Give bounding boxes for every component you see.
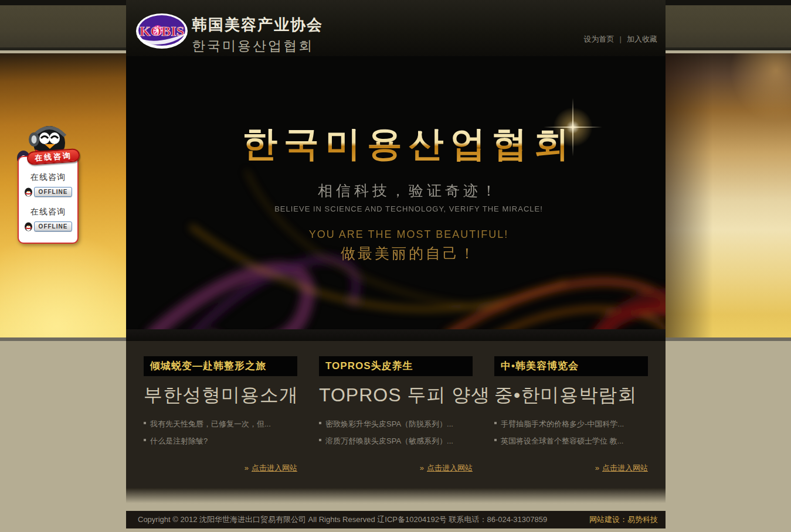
hero-slogan-english: YOU ARE THE MOST BEAUTIFUL!: [139, 229, 666, 241]
enter-site-link[interactable]: 点击进入网站: [252, 463, 297, 472]
column-header: 倾城蜕变—赴韩整形之旅: [144, 356, 297, 376]
column-header: 中•韩美容博览会: [494, 356, 648, 376]
news-item-link[interactable]: 密致焕彩升华头皮SPA（防脱系列）...: [319, 419, 473, 429]
hero-bottom-band: [126, 329, 666, 341]
background-photo-right: [665, 53, 791, 337]
double-arrow-icon: »: [420, 463, 424, 472]
site-title-chinese: 韩国美容产业协会: [192, 15, 323, 35]
news-columns: 倾城蜕变—赴韩整形之旅 부한성형미용소개 我有先天性兔唇，已修复一次，但... …: [126, 341, 666, 488]
page: KOBIS 韩国美容产业协会 한국미용산업협회 设为首页|加入收藏: [0, 0, 791, 532]
logo-text: KOBIS: [140, 23, 184, 39]
news-list: 我有先天性兔唇，已修复一次，但... 什么是注射除皱?: [144, 419, 297, 453]
hero-slogan-chinese: 做最美丽的自己！: [139, 244, 666, 263]
column-subtitle-korean: 중•한미용박람회: [494, 383, 648, 408]
enter-site-link[interactable]: 点击进入网站: [602, 463, 648, 472]
news-item-link[interactable]: 什么是注射除皱?: [144, 436, 297, 446]
content-bottom-shadow: [126, 488, 666, 503]
news-item-link[interactable]: 手臂抽脂手术的价格多少-中国科学...: [494, 419, 648, 429]
qq-consult-label: 在线咨询: [19, 172, 77, 183]
hero-tagline-chinese: 相信科技，验证奇迹！: [139, 181, 666, 200]
enter-site-link[interactable]: 点击进入网站: [427, 463, 473, 472]
news-item-link[interactable]: 英国将设全球首个整容硕士学位 教...: [494, 436, 648, 446]
set-homepage-link[interactable]: 设为首页: [584, 35, 615, 43]
qq-mini-penguin-icon: [24, 187, 33, 197]
column-header: TOPROS头皮养生: [319, 356, 473, 376]
qq-offline-button-label: OFFLINE: [34, 221, 73, 231]
news-item-link[interactable]: 溶质万舒唤肤头皮SPA（敏感系列）...: [319, 436, 473, 446]
kobis-logo[interactable]: KOBIS: [135, 13, 188, 49]
column-expo: 中•韩美容博览会 중•한미용박람회 手臂抽脂手术的价格多少-中国科学... 英国…: [494, 356, 648, 473]
site-title-korean: 한국미용산업협회: [192, 37, 323, 55]
news-list: 手臂抽脂手术的价格多少-中国科学... 英国将设全球首个整容硕士学位 教...: [494, 419, 648, 453]
double-arrow-icon: »: [595, 463, 599, 472]
column-subtitle-korean: TOPROS 두피 양생: [319, 383, 473, 408]
qq-offline-button[interactable]: OFFLINE: [19, 221, 77, 231]
enter-site-row: »点击进入网站: [144, 463, 297, 473]
qq-consult-label: 在线咨询: [19, 207, 77, 217]
double-arrow-icon: »: [245, 463, 249, 472]
enter-site-row: »点击进入网站: [319, 463, 473, 473]
main-content: KOBIS 韩国美容产业协会 한국미용산업협회 设为首页|加入收藏: [126, 0, 666, 488]
footer: Copyright © 2012 沈阳华世海进出口贸易有限公司 All Righ…: [126, 511, 666, 528]
qq-mini-penguin-icon: [24, 222, 33, 231]
top-utility-links: 设为首页|加入收藏: [584, 34, 657, 45]
link-separator: |: [620, 35, 622, 43]
enter-site-row: »点击进入网站: [494, 463, 648, 473]
add-favorite-link[interactable]: 加入收藏: [627, 35, 657, 43]
news-list: 密致焕彩升华头皮SPA（防脱系列）... 溶质万舒唤肤头皮SPA（敏感系列）..…: [319, 419, 473, 453]
column-subtitle-korean: 부한성형미용소개: [144, 383, 297, 408]
qq-offline-button[interactable]: OFFLINE: [19, 187, 77, 197]
qq-consult-widget: 在线咨询 在线咨询 OFFLINE 在线咨询: [9, 122, 82, 246]
hero-banner: 한국미용산업협회 相信科技，验证奇迹！ BELIEVE IN SCIENCE A…: [126, 56, 666, 329]
site-header: KOBIS 韩国美容产业协会 한국미용산업협회 设为首页|加入收藏: [126, 0, 666, 56]
hero-tagline-english: BELIEVE IN SCIENCE AND TECHNOLOGY, VERIF…: [139, 204, 666, 213]
brand-titles: 韩国美容产业协会 한국미용산업협회: [192, 15, 323, 55]
news-item-link[interactable]: 我有先天性兔唇，已修复一次，但...: [144, 419, 297, 429]
copyright-text: Copyright © 2012 沈阳华世海进出口贸易有限公司 All Righ…: [138, 514, 547, 525]
column-plastic-surgery: 倾城蜕变—赴韩整形之旅 부한성형미용소개 我有先天性兔唇，已修复一次，但... …: [144, 356, 297, 473]
column-topros-scalp: TOPROS头皮养生 TOPROS 두피 양생 密致焕彩升华头皮SPA（防脱系列…: [319, 356, 473, 473]
qq-offline-button-label: OFFLINE: [34, 187, 73, 197]
hero-text-block: 한국미용산업협회 相信科技，验证奇迹！ BELIEVE IN SCIENCE A…: [139, 56, 666, 263]
hero-headline-korean: 한국미용산업협회: [139, 121, 666, 168]
site-builder-link[interactable]: 网站建设：易势科技: [589, 514, 658, 525]
qq-consult-box: 在线咨询 OFFLINE 在线咨询 OFFLINE: [18, 156, 79, 244]
